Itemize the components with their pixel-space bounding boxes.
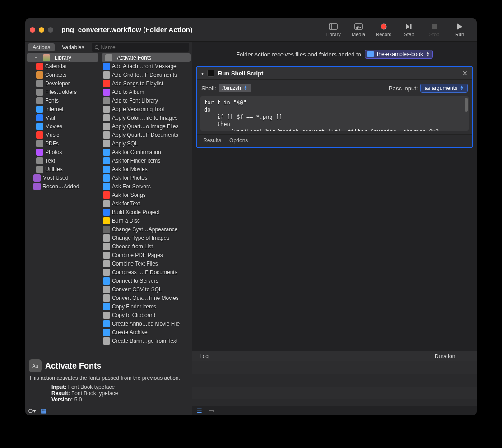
tree-item[interactable]: Calendar [25, 62, 100, 70]
list-view-button[interactable]: ☰ [197, 407, 202, 414]
workflow-canvas[interactable]: ▾ Run Shell Script ✕ Shell: /bin/zsh ▲▼ … [192, 63, 477, 351]
action-item[interactable]: Add Songs to Playlist [100, 79, 192, 88]
action-item[interactable]: Create Anno…ed Movie File [100, 319, 192, 328]
log-row [192, 399, 477, 406]
automator-window: png_converter.workflow (Folder Action) L… [25, 18, 477, 415]
action-item[interactable]: Activate Fonts [102, 53, 191, 62]
action-item[interactable]: Create Bann…ge from Text [100, 336, 192, 345]
tree-item[interactable]: Mail [25, 113, 100, 122]
minimize-window-button[interactable] [39, 27, 44, 33]
duration-column-header[interactable]: Duration [432, 353, 477, 359]
run-shell-script-action[interactable]: ▾ Run Shell Script ✕ Shell: /bin/zsh ▲▼ … [196, 66, 473, 148]
action-item[interactable]: Ask For Servers [100, 182, 192, 191]
tree-item[interactable]: Movies [25, 122, 100, 131]
search-field[interactable] [92, 43, 190, 52]
log-row [192, 387, 477, 399]
action-item[interactable]: Add Attach…ront Message [100, 62, 192, 70]
action-menu-button[interactable]: ⊖▾ [28, 407, 36, 414]
action-icon [103, 123, 110, 130]
action-item[interactable]: Create Archive [100, 328, 192, 336]
action-item[interactable]: Ask for Songs [100, 191, 192, 199]
action-item[interactable]: Add to Album [100, 88, 192, 96]
action-item[interactable]: Convert Qua…Time Movies [100, 294, 192, 302]
script-textarea[interactable]: for f in "$@" do if [[ $f == *.png ]] th… [200, 96, 469, 131]
action-item[interactable]: Connect to Servers [100, 276, 192, 285]
close-window-button[interactable] [30, 27, 35, 33]
action-item[interactable]: Apply SQL [100, 139, 192, 148]
action-item[interactable]: Convert CSV to SQL [100, 285, 192, 294]
tree-item[interactable]: Files…olders [25, 88, 100, 96]
step-button[interactable]: Step [396, 23, 422, 37]
tree-item[interactable]: Music [25, 131, 100, 139]
action-item[interactable]: Apply Quart…o Image Files [100, 122, 192, 131]
media-button[interactable]: Media [346, 23, 371, 37]
tree-root-library[interactable]: ▾ Library [27, 53, 98, 62]
action-item[interactable]: Add to Font Library [100, 96, 192, 105]
titlebar: png_converter.workflow (Folder Action) L… [25, 18, 477, 42]
action-list[interactable]: Activate FontsAdd Attach…ront MessageAdd… [100, 53, 192, 355]
search-input[interactable] [101, 44, 186, 51]
action-item[interactable]: Ask for Movies [100, 165, 192, 173]
chevron-updown-icon: ▲▼ [244, 85, 247, 91]
run-button[interactable]: Run [447, 23, 472, 37]
folder-select[interactable]: the-examples-book ▲▼ [365, 50, 433, 59]
log-column-header[interactable]: Log [192, 353, 432, 359]
tab-variables[interactable]: Variables [57, 43, 88, 51]
action-item[interactable]: Combine PDF Pages [100, 251, 192, 259]
tree-item[interactable]: Recen…Added [25, 182, 100, 191]
record-button[interactable]: Record [371, 23, 396, 37]
action-icon [103, 243, 110, 250]
action-icon [103, 320, 110, 327]
action-item[interactable]: Add Grid to…F Documents [100, 70, 192, 79]
library-icon [43, 54, 50, 61]
action-item[interactable]: Change Type of Images [100, 233, 192, 242]
log-row [192, 361, 477, 374]
tab-actions[interactable]: Actions [28, 43, 55, 51]
category-icon [36, 140, 43, 147]
action-item[interactable]: Ask for Text [100, 199, 192, 208]
flow-view-button[interactable]: ▭ [209, 407, 214, 414]
action-item[interactable]: Copy to Clipboard [100, 311, 192, 319]
close-icon[interactable]: ✕ [462, 70, 468, 77]
tree-item[interactable]: Most Used [25, 173, 100, 182]
shell-select[interactable]: /bin/zsh ▲▼ [219, 84, 251, 92]
action-item[interactable]: Combine Text Files [100, 259, 192, 268]
chevron-down-icon[interactable]: ▾ [201, 71, 204, 76]
action-header[interactable]: ▾ Run Shell Script ✕ [197, 67, 472, 80]
tree-item[interactable]: Utilities [25, 165, 100, 173]
options-tab[interactable]: Options [229, 137, 248, 144]
svg-marker-8 [457, 24, 462, 29]
action-item[interactable]: Choose from List [100, 242, 192, 251]
category-tree[interactable]: ▾ Library CalendarContactsDeveloperFiles… [25, 53, 100, 355]
scrollbar-thumb[interactable] [465, 98, 468, 112]
action-item[interactable]: Ask for Photos [100, 173, 192, 182]
action-item[interactable]: Ask for Confirmation [100, 148, 192, 156]
action-item[interactable]: Compress I…F Documents [100, 268, 192, 276]
tree-item[interactable]: Developer [25, 79, 100, 88]
action-item[interactable]: Apply Quart…F Documents [100, 131, 192, 139]
tree-item[interactable]: Contacts [25, 70, 100, 79]
action-item[interactable]: Ask for Finder Items [100, 156, 192, 165]
tree-item[interactable]: Internet [25, 105, 100, 113]
action-icon [103, 200, 110, 207]
action-item[interactable]: Copy Finder Items [100, 302, 192, 311]
tree-item[interactable]: Text [25, 156, 100, 165]
tree-item[interactable]: PDFs [25, 139, 100, 148]
action-item[interactable]: Apple Versioning Tool [100, 105, 192, 113]
category-icon [36, 131, 43, 139]
results-tab[interactable]: Results [203, 137, 221, 144]
pass-input-select[interactable]: as arguments ▲▼ [420, 84, 468, 93]
library-toggle-button[interactable]: Library [321, 23, 346, 37]
tree-item[interactable]: Photos [25, 148, 100, 156]
stop-button: Stop [422, 23, 447, 37]
action-item[interactable]: Build Xcode Project [100, 208, 192, 216]
action-item[interactable]: Burn a Disc [100, 216, 192, 225]
view-mode-button[interactable]: ▦ [41, 407, 46, 414]
action-item[interactable]: Change Syst…Appearance [100, 225, 192, 233]
svg-point-4 [381, 24, 386, 29]
zoom-window-button[interactable] [48, 27, 53, 33]
action-icon [103, 71, 110, 79]
tree-item[interactable]: Fonts [25, 96, 100, 105]
font-book-icon: Aa [29, 359, 42, 372]
action-item[interactable]: Apply Color…file to Images [100, 113, 192, 122]
